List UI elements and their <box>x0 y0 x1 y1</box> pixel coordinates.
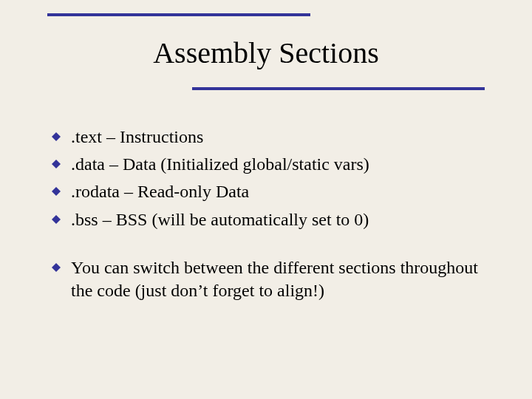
slide: Assembly Sections .text – Instructions .… <box>0 0 532 399</box>
diamond-bullet-icon <box>52 187 61 196</box>
svg-marker-2 <box>52 187 61 196</box>
svg-marker-4 <box>52 263 61 272</box>
bullet-text: .bss – BSS (will be automatically set to… <box>71 208 369 231</box>
svg-marker-3 <box>52 215 61 224</box>
list-item: You can switch between the different sec… <box>52 256 488 302</box>
slide-body: .text – Instructions .data – Data (Initi… <box>52 126 488 307</box>
list-item: .bss – BSS (will be automatically set to… <box>52 208 488 231</box>
svg-marker-1 <box>52 160 61 168</box>
bullet-text: You can switch between the different sec… <box>71 256 488 302</box>
title-wrap: Assembly Sections <box>0 35 532 70</box>
diamond-bullet-icon <box>52 132 61 141</box>
list-item: .rodata – Read-only Data <box>52 180 488 203</box>
svg-marker-0 <box>52 132 61 141</box>
diamond-bullet-icon <box>52 160 61 168</box>
slide-title: Assembly Sections <box>0 35 532 70</box>
spacer <box>52 236 488 256</box>
list-item: .text – Instructions <box>52 126 488 149</box>
divider-bottom <box>192 87 485 90</box>
bullet-text: .rodata – Read-only Data <box>71 180 249 203</box>
bullet-text: .data – Data (Initialized global/static … <box>71 153 369 176</box>
list-item: .data – Data (Initialized global/static … <box>52 153 488 176</box>
diamond-bullet-icon <box>52 263 61 272</box>
bullet-text: .text – Instructions <box>71 126 203 149</box>
divider-top <box>47 13 310 16</box>
diamond-bullet-icon <box>52 215 61 224</box>
